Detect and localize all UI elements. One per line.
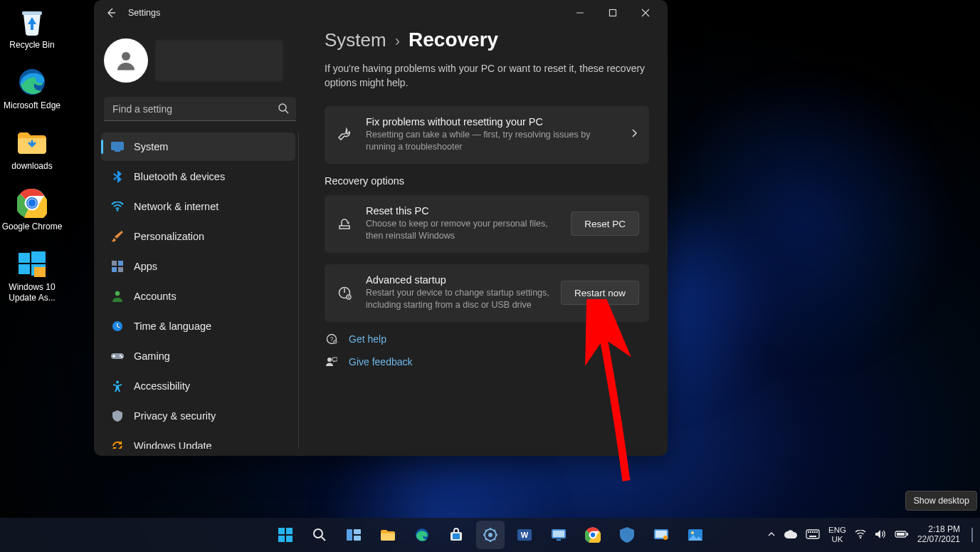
profile-block[interactable] — [101, 33, 299, 93]
clock-date: 22/07/2021 — [917, 535, 960, 545]
desktop-icon-downloads[interactable]: downloads — [1, 127, 63, 172]
svg-rect-20 — [118, 267, 123, 272]
nav-item-accessibility[interactable]: Accessibility — [101, 372, 295, 400]
search-box[interactable] — [104, 97, 296, 121]
wifi-icon — [111, 200, 124, 213]
svg-rect-10 — [34, 267, 46, 277]
minimize-button[interactable] — [564, 1, 596, 25]
show-desktop-tooltip: Show desktop — [905, 491, 977, 511]
power-icon — [334, 285, 354, 301]
desktop-icon-win10-update[interactable]: Windows 10 Update As... — [1, 248, 63, 303]
desktop-icon-label: downloads — [1, 161, 63, 172]
search-button[interactable] — [305, 521, 334, 549]
restart-now-button[interactable]: Restart now — [561, 281, 639, 305]
settings-button[interactable] — [476, 521, 505, 549]
minimize-icon — [576, 9, 584, 17]
svg-point-55 — [663, 536, 668, 540]
nav-item-bluetooth[interactable]: Bluetooth & devices — [101, 162, 295, 191]
system-tray: ENG UK 2:18 PM 22/07/2021 — [767, 525, 980, 545]
keyboard-icon[interactable] — [806, 529, 820, 541]
chrome-icon — [585, 527, 601, 543]
folder-icon — [380, 528, 396, 541]
taskbar-center: W — [271, 521, 710, 549]
svg-point-21 — [115, 291, 120, 296]
nav-item-personalization[interactable]: Personalization — [101, 222, 295, 251]
svg-point-32 — [327, 358, 332, 362]
close-button[interactable] — [629, 1, 662, 25]
chrome-button[interactable] — [579, 521, 607, 549]
nav-item-accounts[interactable]: Accounts — [101, 282, 295, 311]
svg-rect-68 — [907, 533, 908, 536]
start-button[interactable] — [271, 521, 300, 549]
desktop-icon-edge[interactable]: Microsoft Edge — [1, 66, 63, 111]
onedrive-icon[interactable] — [784, 530, 797, 541]
edge-button[interactable] — [408, 521, 436, 549]
volume-tray-icon[interactable] — [875, 529, 886, 541]
language-indicator[interactable]: ENG UK — [828, 526, 846, 543]
photos-button[interactable] — [681, 521, 710, 549]
nav-item-gaming[interactable]: Gaming — [101, 342, 295, 370]
nav-item-apps[interactable]: Apps — [101, 252, 295, 281]
edge-icon — [414, 527, 430, 543]
card-subtitle: Resetting can take a while — first, try … — [366, 129, 594, 154]
clock[interactable]: 2:18 PM 22/07/2021 — [917, 525, 960, 545]
svg-rect-15 — [115, 150, 120, 152]
svg-rect-49 — [553, 531, 564, 537]
help-icon: ? — [325, 333, 339, 345]
arrow-left-icon — [105, 7, 117, 19]
wifi-tray-icon[interactable] — [855, 530, 866, 541]
file-explorer-button[interactable] — [374, 521, 402, 549]
nav-label: Personalization — [134, 231, 204, 242]
maximize-button[interactable] — [596, 1, 629, 25]
card-fix-problems[interactable]: Fix problems without resetting your PC R… — [325, 106, 649, 164]
desktop-icon-recycle-bin[interactable]: Recycle Bin — [1, 6, 63, 51]
window-title: Settings — [128, 8, 160, 18]
gear-icon — [483, 527, 498, 543]
svg-point-57 — [691, 531, 694, 534]
search-input[interactable] — [104, 97, 296, 121]
windows-logo-icon — [278, 527, 293, 543]
svg-rect-67 — [897, 533, 905, 536]
desktop-icon-label: Windows 10 Update As... — [1, 282, 63, 303]
desktop-icon-label: Google Chrome — [1, 222, 63, 232]
avatar — [104, 38, 148, 83]
maximize-icon — [608, 9, 617, 17]
lang-bottom: UK — [828, 535, 846, 544]
back-button[interactable] — [104, 6, 118, 20]
security-button[interactable] — [613, 521, 641, 549]
task-view-button[interactable] — [339, 521, 368, 549]
brush-icon — [111, 230, 124, 243]
gaming-icon — [111, 350, 124, 363]
tray-chevron-up-icon[interactable] — [767, 530, 776, 541]
screenshot-tool-button[interactable] — [544, 521, 573, 549]
search-icon — [278, 103, 289, 117]
give-feedback-link[interactable]: Give feedback — [349, 356, 413, 368]
svg-rect-59 — [808, 531, 809, 533]
nav-item-windows-update[interactable]: Windows Update — [101, 432, 295, 449]
desktop-icon-label: Microsoft Edge — [1, 100, 63, 111]
battery-tray-icon[interactable] — [895, 530, 909, 541]
nav-item-network[interactable]: Network & internet — [101, 192, 295, 221]
desktop-icon-chrome[interactable]: Google Chrome — [1, 187, 63, 232]
nav-label: Network & internet — [134, 201, 218, 212]
word-button[interactable]: W — [510, 521, 539, 549]
card-advanced-startup: Advanced startup Restart your device to … — [325, 264, 649, 322]
nav-item-time-language[interactable]: Time & language — [101, 312, 295, 340]
show-desktop-button[interactable] — [971, 528, 973, 542]
person-icon — [113, 48, 139, 73]
snipping-button[interactable] — [647, 521, 675, 549]
svg-point-26 — [116, 381, 119, 384]
reset-pc-button[interactable]: Reset PC — [571, 212, 639, 236]
get-help-link[interactable]: Get help — [349, 333, 386, 345]
svg-rect-0 — [22, 11, 42, 15]
nav-label: Bluetooth & devices — [134, 171, 225, 182]
svg-rect-60 — [810, 531, 811, 533]
nav-item-privacy[interactable]: Privacy & security — [101, 402, 295, 430]
svg-point-38 — [314, 529, 322, 538]
breadcrumb-parent[interactable]: System — [325, 29, 386, 51]
nav-list: System Bluetooth & devices Network & int… — [101, 132, 299, 449]
content-area: System › Recovery If you're having probl… — [306, 26, 668, 456]
store-button[interactable] — [442, 521, 470, 549]
nav-label: System — [134, 141, 168, 152]
nav-item-system[interactable]: System — [101, 132, 295, 161]
